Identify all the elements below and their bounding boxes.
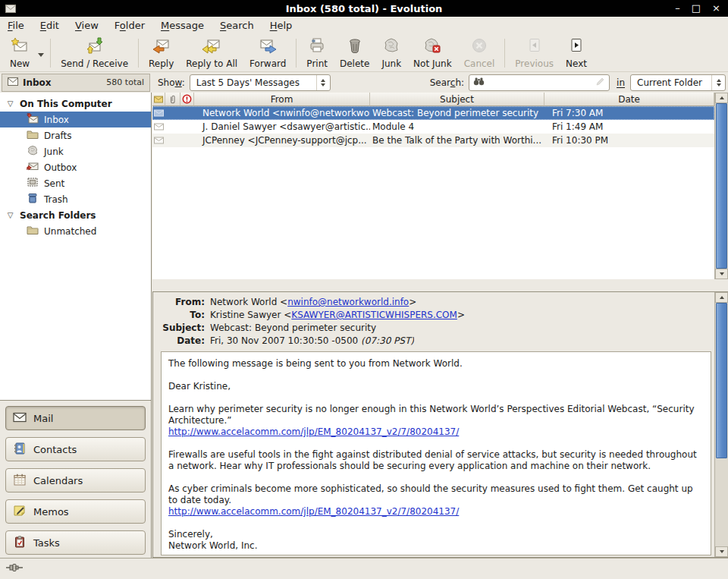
switcher-calendars-button[interactable]: Calendars <box>5 468 146 492</box>
scroll-down-button[interactable] <box>715 269 728 279</box>
next-icon <box>567 37 585 56</box>
sidebar-item-drafts[interactable]: Drafts <box>0 127 151 143</box>
menu-file[interactable]: File <box>8 20 24 31</box>
subject-column-header[interactable]: Subject <box>370 93 544 106</box>
message-row[interactable]: Network World <nwinfo@networkwor... Webc… <box>152 106 714 120</box>
important-column-header[interactable] <box>180 93 194 106</box>
current-folder-name: Inbox <box>23 77 52 88</box>
print-icon <box>308 37 326 56</box>
delete-button[interactable]: Delete <box>334 36 375 71</box>
show-label: Show: <box>158 77 185 88</box>
message-from: Network World <nwinfo@networkwor... <box>194 108 370 118</box>
expander-icon: ▽ <box>6 100 14 108</box>
search-entry[interactable] <box>469 74 610 91</box>
folder-icon <box>27 129 39 142</box>
menu-message[interactable]: Message <box>161 20 204 31</box>
scroll-up-button[interactable] <box>715 292 728 303</box>
message-list-header: From Subject Date <box>152 93 714 106</box>
scroll-up-button[interactable] <box>715 93 728 103</box>
outbox-icon <box>27 161 39 174</box>
menu-view[interactable]: View <box>75 20 99 31</box>
toolbar: New Send / Receive Reply Reply to All Fo… <box>0 34 728 72</box>
cancel-button[interactable]: Cancel <box>458 36 501 71</box>
calendar-icon <box>13 474 27 488</box>
date-column-header[interactable]: Date <box>544 93 714 106</box>
menu-help[interactable]: Help <box>270 20 293 31</box>
scroll-down-button[interactable] <box>715 546 728 557</box>
message-list-scrollbar <box>714 93 728 279</box>
mail-icon <box>13 411 27 425</box>
switcher-tasks-button[interactable]: Tasks <box>5 530 146 555</box>
body-signature: Network World, Inc. <box>168 540 704 552</box>
sidebar-item-junk[interactable]: Junk <box>0 143 151 159</box>
next-button[interactable]: Next <box>560 36 593 71</box>
body-paragraph: Learn why perimeter security is no longe… <box>168 404 704 426</box>
previous-button[interactable]: Previous <box>509 36 560 71</box>
search-input[interactable] <box>488 77 593 88</box>
attachment-column-header[interactable] <box>165 93 180 106</box>
switcher-mail-button[interactable]: Mail <box>5 406 146 430</box>
to-email-link[interactable]: KSAWYER@ARTISTICWHISPERS.COM <box>291 310 457 320</box>
sidebar-item-trash[interactable]: Trash <box>0 191 151 207</box>
menu-edit[interactable]: Edit <box>40 20 59 31</box>
message-row[interactable]: J. Daniel Sawyer <dsawyer@artistic... Mo… <box>152 120 714 134</box>
message-date: Fri 1:49 AM <box>544 121 714 132</box>
pane-splitter[interactable] <box>152 279 728 291</box>
date-timezone: (07:30 PST) <box>361 335 414 346</box>
tree-section-search-folders[interactable]: ▽ Search Folders <box>0 207 151 223</box>
message-row[interactable]: JCPenney <JCPenney-support@jcp... Be the… <box>152 134 714 147</box>
scrollbar-thumb[interactable] <box>716 303 727 458</box>
online-status-plug-icon[interactable] <box>6 563 26 574</box>
maximize-button[interactable]: □ <box>692 0 701 17</box>
minimize-button[interactable]: – <box>675 0 680 17</box>
inbox-envelope-icon <box>8 77 18 88</box>
status-column-header[interactable] <box>152 93 165 106</box>
sidebar-item-outbox[interactable]: Outbox <box>0 159 151 175</box>
sidebar-item-unmatched[interactable]: Unmatched <box>0 223 151 239</box>
search-label: Search: <box>430 77 464 88</box>
send-receive-icon <box>86 37 104 56</box>
new-dropdown-arrow[interactable] <box>36 40 46 71</box>
app-envelope-icon <box>5 5 16 13</box>
message-from: JCPenney <JCPenney-support@jcp... <box>194 135 370 146</box>
sidebar-item-sent[interactable]: Sent <box>0 175 151 191</box>
forward-button[interactable]: Forward <box>243 36 292 71</box>
switcher-contacts-button[interactable]: Contacts <box>5 437 146 461</box>
body-signature: Sincerely, <box>168 529 704 540</box>
reply-all-button[interactable]: Reply to All <box>180 36 243 71</box>
from-column-header[interactable]: From <box>194 93 370 106</box>
reply-button[interactable]: Reply <box>143 36 180 71</box>
message-date: Fri 7:30 AM <box>544 108 714 118</box>
dropdown-spinner-icon <box>316 75 330 90</box>
tree-section-on-this-computer[interactable]: ▽ On This Computer <box>0 96 151 112</box>
folder-sidebar: ▽ On This Computer Inbox Drafts Junk Out… <box>0 93 152 558</box>
toolbar-separator <box>504 39 505 68</box>
switcher-memos-button[interactable]: Memos <box>5 499 146 524</box>
show-filter-dropdown[interactable]: Last 5 Days' Messages <box>190 74 331 91</box>
print-button[interactable]: Print <box>300 36 334 71</box>
sidebar-item-inbox[interactable]: Inbox <box>0 112 151 127</box>
from-email-link[interactable]: nwinfo@networkworld.info <box>287 297 409 307</box>
message-date: Fri 10:30 PM <box>544 135 714 146</box>
menu-folder[interactable]: Folder <box>115 20 145 31</box>
not-junk-button[interactable]: Not Junk <box>407 36 458 71</box>
window-title: Inbox (580 total) - Evolution <box>0 3 728 14</box>
toolbar-separator <box>296 39 297 68</box>
close-button[interactable]: × <box>712 0 720 17</box>
message-list: From Subject Date Network World <nwinfo@… <box>152 93 728 279</box>
search-scope-dropdown[interactable]: Current Folder <box>630 74 726 91</box>
new-mail-icon <box>11 37 29 56</box>
new-button[interactable]: New <box>4 36 36 71</box>
scrollbar-thumb[interactable] <box>716 103 727 269</box>
junk-button[interactable]: Junk <box>375 36 407 71</box>
subject-label: Subject: <box>159 322 205 335</box>
search-clear-icon[interactable] <box>596 77 605 88</box>
to-label: To: <box>159 309 205 322</box>
read-envelope-icon <box>152 137 165 144</box>
webcast-link[interactable]: http://www.accelacomm.com/jlp/EM_8020413… <box>168 426 459 437</box>
menu-search[interactable]: Search <box>220 20 254 31</box>
send-receive-button[interactable]: Send / Receive <box>55 36 134 71</box>
body-paragraph: Dear Kristine, <box>168 381 704 392</box>
webcast-link[interactable]: http://www.accelacomm.com/jlp/EM_8020413… <box>168 506 459 517</box>
body-paragraph: As cyber criminals become more sophistic… <box>168 483 704 506</box>
